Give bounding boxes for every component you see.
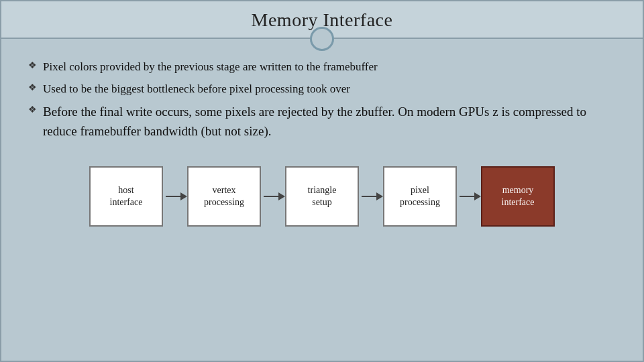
bullet-text-3: Before the final write occurs, some pixe… [43, 105, 586, 138]
slide: Memory Interface Pixel colors provided b… [0, 0, 644, 362]
pipeline-arrow-3 [359, 190, 383, 203]
pipeline-box-triangle-setup: trianglesetup [285, 166, 359, 227]
pipeline-arrow-4 [457, 190, 481, 203]
slide-header: Memory Interface [1, 1, 643, 39]
pipeline-box-host-interface: hostinterface [89, 166, 163, 227]
bullet-text-2: Used to be the biggest bottleneck before… [43, 82, 350, 95]
pipeline-box-pixel-processing: pixelprocessing [383, 166, 457, 227]
pipeline-arrow-1 [163, 190, 187, 203]
pipeline-box-vertex-processing: vertexprocessing [187, 166, 261, 227]
bullet-item-3: Before the final write occurs, some pixe… [28, 103, 616, 141]
pipeline-box-memory-interface: memoryinterface [481, 166, 555, 227]
bullet-text-1: Pixel colors provided by the previous st… [43, 60, 378, 73]
bullet-item-2: Used to be the biggest bottleneck before… [28, 81, 616, 98]
bullet-item-1: Pixel colors provided by the previous st… [28, 59, 616, 76]
circle-connector [310, 27, 334, 51]
slide-content: Pixel colors provided by the previous st… [1, 39, 643, 361]
pipeline-diagram: hostinterface vertexprocessing triangles… [28, 166, 616, 227]
bullet-list: Pixel colors provided by the previous st… [28, 59, 616, 146]
pipeline-arrow-2 [261, 190, 285, 203]
